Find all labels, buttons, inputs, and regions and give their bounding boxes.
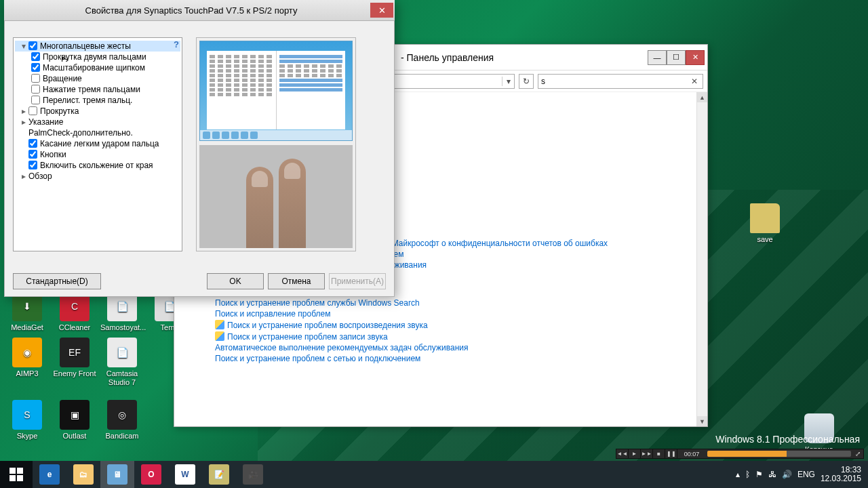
taskbar-app-notes[interactable]: 📝: [202, 461, 236, 488]
tree-item[interactable]: ▸Обзор: [15, 171, 180, 182]
dialog-titlebar[interactable]: Свойства для Synaptics TouchPad V7.5 к P…: [4, 0, 395, 20]
tree-label: Вращение: [43, 74, 82, 83]
control-panel-link[interactable]: Автоматическое выполнение рекомендуемых …: [215, 343, 696, 352]
scrollbar[interactable]: ▲ ▼: [696, 92, 707, 426]
close-button[interactable]: ✕: [370, 3, 393, 18]
tree-item[interactable]: Включить скольжение от края: [15, 160, 180, 171]
desktop-icon-label: AIMP3: [5, 369, 49, 378]
desktop-icon[interactable]: SSkype: [5, 400, 49, 441]
help-icon[interactable]: ?: [174, 39, 179, 49]
play-icon[interactable]: ►: [629, 449, 641, 458]
tray-up-icon[interactable]: ▴: [736, 470, 740, 479]
media-expand-icon[interactable]: ⤢: [852, 449, 863, 458]
checkbox[interactable]: [31, 74, 40, 83]
tree-item-root[interactable]: ▾Многопальцевые жесты: [15, 41, 180, 52]
scroll-up-icon[interactable]: ▲: [697, 92, 707, 102]
desktop-icon-save[interactable]: save: [743, 203, 787, 244]
close-button[interactable]: ✕: [686, 50, 705, 65]
taskbar-app-opera[interactable]: O: [134, 461, 168, 488]
folder-icon: [750, 203, 780, 233]
cancel-button[interactable]: Отмена: [268, 273, 325, 289]
tree-item[interactable]: ▸Прокрутка: [15, 106, 180, 117]
tree-item[interactable]: Кнопки: [15, 149, 180, 160]
desktop-icon-label: MediaGet: [5, 323, 49, 332]
taskbar-app-control-panel[interactable]: 🖥: [100, 461, 134, 488]
tree-item[interactable]: Нажатие тремя пальцами: [24, 84, 180, 95]
desktop-icon[interactable]: ◉AIMP3: [5, 338, 49, 378]
clear-search-icon[interactable]: ✕: [689, 77, 700, 86]
tree-item[interactable]: Прокрутка двумя пальцами: [24, 52, 180, 62]
desktop-icon[interactable]: 📄Samostoyat...: [100, 291, 144, 332]
media-player-overlay[interactable]: ◄◄ ► ►► ■ ❚❚ 00:07 ⤢: [616, 449, 864, 459]
synaptics-properties-dialog: Свойства для Synaptics TouchPad V7.5 к P…: [4, 0, 395, 297]
desktop-icon[interactable]: ◎Bandicam: [100, 400, 144, 441]
checkbox[interactable]: [31, 52, 40, 61]
media-progress[interactable]: [707, 451, 851, 457]
tree-item[interactable]: Касание легким ударом пальца: [15, 138, 180, 149]
action-center-icon[interactable]: ⚑: [755, 470, 763, 479]
maximize-button[interactable]: ☐: [667, 50, 686, 65]
settings-tree[interactable]: ? ↖ ▾Многопальцевые жестыПрокрутка двумя…: [13, 37, 182, 251]
tree-item[interactable]: Масштабирование щипком: [24, 62, 180, 73]
tree-item[interactable]: ▸Указание: [15, 117, 180, 127]
checkbox[interactable]: [31, 96, 40, 104]
link-list: Поиск и устранение проблем службы Window…: [215, 298, 696, 363]
control-panel-link[interactable]: Поиск и устранение проблем воспроизведен…: [215, 320, 696, 330]
defaults-button[interactable]: Стандартные(D): [13, 273, 101, 289]
shield-icon: [215, 331, 224, 341]
desktop-icon[interactable]: ⬇MediaGet: [5, 291, 49, 332]
ok-button[interactable]: OK: [207, 273, 264, 289]
search-input[interactable]: [541, 75, 689, 88]
start-button[interactable]: [0, 461, 33, 488]
prev-track-icon[interactable]: ◄◄: [616, 449, 629, 458]
checkbox[interactable]: [28, 106, 37, 115]
taskbar-app-word[interactable]: W: [168, 461, 202, 488]
refresh-button[interactable]: ↻: [519, 74, 534, 89]
desktop-icon-label: Camtasia Studio 7: [100, 369, 144, 387]
desktop-icon[interactable]: EFEnemy Front: [53, 338, 96, 378]
dialog-title: Свойства для Synaptics TouchPad V7.5 к P…: [12, 5, 370, 16]
scroll-down-icon[interactable]: ▼: [697, 416, 707, 426]
taskbar-app-explorer[interactable]: 🗂: [66, 461, 100, 488]
desktop-icon[interactable]: ▣Outlast: [53, 400, 96, 441]
app-icon: 🖥: [107, 464, 127, 485]
checkbox[interactable]: [28, 161, 37, 169]
network-icon[interactable]: 🖧: [768, 470, 776, 479]
preview-screen: [199, 41, 353, 141]
gesture-preview: [196, 37, 356, 251]
bluetooth-icon[interactable]: ᛒ: [745, 470, 750, 479]
control-panel-link[interactable]: Поиск и устранение проблем службы Window…: [215, 298, 696, 308]
app-icon: 🎥: [243, 464, 263, 485]
search-box[interactable]: ✕: [538, 74, 703, 89]
pause-icon[interactable]: ❚❚: [665, 449, 677, 458]
control-panel-link[interactable]: Поиск и устранение проблем записи звука: [215, 331, 696, 342]
tree-item[interactable]: PalmCheck-дополнительно.: [15, 127, 180, 138]
tree-label: Многопальцевые жесты: [40, 41, 131, 51]
taskbar-app-camtasia[interactable]: 🎥: [236, 461, 270, 488]
desktop-icon[interactable]: 📄Camtasia Studio 7: [100, 338, 144, 387]
stop-icon[interactable]: ■: [653, 449, 665, 458]
chevron-down-icon[interactable]: ▾: [502, 77, 514, 86]
checkbox[interactable]: [28, 150, 37, 159]
taskbar-app-ie[interactable]: e: [33, 461, 66, 488]
clock[interactable]: 18:33 12.03.2015: [821, 466, 861, 483]
desktop-icon-label: CCleaner: [53, 323, 96, 332]
system-tray[interactable]: ▴ ᛒ ⚑ 🖧 🔊 ENG 18:33 12.03.2015: [729, 461, 868, 488]
control-panel-link[interactable]: Поиск и устранение проблем с сетью и под…: [215, 354, 696, 363]
checkbox[interactable]: [28, 139, 37, 148]
tree-item[interactable]: Вращение: [24, 73, 180, 84]
volume-icon[interactable]: 🔊: [782, 470, 792, 479]
language-indicator[interactable]: ENG: [797, 470, 815, 479]
desktop-icon[interactable]: CCCleaner: [53, 291, 96, 332]
desktop-icon-label: Bandicam: [100, 432, 144, 441]
checkbox[interactable]: [31, 63, 40, 72]
tree-label: Масштабирование щипком: [43, 63, 145, 73]
control-panel-link[interactable]: Поиск и исправление проблем: [215, 309, 696, 319]
preview-touchpad: [199, 145, 353, 248]
checkbox[interactable]: [28, 41, 37, 50]
desktop-icon-label: Enemy Front: [53, 369, 96, 378]
tree-item[interactable]: Перелист. тремя пальц.: [24, 95, 180, 106]
minimize-button[interactable]: —: [648, 50, 667, 65]
checkbox[interactable]: [31, 85, 40, 94]
next-track-icon[interactable]: ►►: [641, 449, 653, 458]
